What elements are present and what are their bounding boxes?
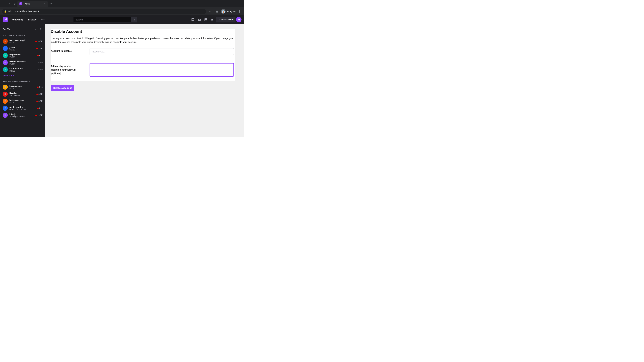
new-tab-button[interactable]: + [49, 1, 54, 6]
list-item[interactable]: B betboom_eng2 Dota 2 20.5K [0, 38, 45, 45]
channel-game: Music [10, 63, 35, 65]
channel-info: yowe Dota 2 [10, 46, 35, 51]
avatar: M [3, 60, 8, 65]
channel-status: Offline [37, 68, 42, 71]
live-indicator [36, 48, 38, 49]
browser-tab[interactable]: t Twitch ✕ [18, 1, 48, 7]
avatar: Y [3, 46, 8, 51]
list-item[interactable]: B betboom_eng Dota 2 8.9K [0, 98, 45, 105]
notifications-button[interactable] [209, 17, 215, 22]
extensions-button[interactable]: ▦ [214, 9, 220, 14]
top-navigation: Following Browse ••• Get Ad-F [0, 15, 244, 24]
search-button[interactable] [131, 17, 137, 22]
channel-status: 811 [37, 107, 42, 109]
list-item[interactable]: S solapsapdota Dota 2 Offline [0, 66, 45, 73]
live-indicator [37, 86, 38, 88]
disable-account-button[interactable]: Disable Account [51, 85, 74, 91]
avatar: S [3, 67, 8, 72]
incognito-label: Incognito [226, 10, 236, 13]
twitch-logo[interactable] [3, 17, 8, 22]
channel-status: 1.6K [36, 47, 42, 50]
for-you-title: For You [3, 28, 12, 30]
get-ad-free-label: Get Ad-Free [221, 18, 234, 21]
channel-name: pech_gaming [10, 106, 36, 108]
live-indicator [36, 93, 38, 95]
channel-info: kuyanicwxc Dota 2 [10, 85, 36, 90]
inbox-button[interactable] [196, 17, 202, 22]
followed-channels-header: FOLLOWED CHANNELS [0, 34, 45, 38]
url-text: twitch.tv/user/disable-account [8, 10, 204, 13]
live-indicator [37, 55, 38, 56]
get-ad-free-button[interactable]: Get Ad-Free [216, 17, 236, 22]
content-area: Disable Account Looking for a break from… [45, 24, 244, 137]
account-to-disable-section: Account to disable [51, 44, 235, 59]
tab-bar: ← → ↻ t Twitch ✕ + [0, 0, 244, 7]
browser-nav-buttons: ← → ↻ [1, 1, 17, 6]
forward-button[interactable]: → [7, 1, 12, 6]
viewer-count: 20.5K [38, 40, 42, 42]
channel-name: RayRachel [10, 53, 36, 56]
channel-status: 20.5K [36, 40, 42, 42]
search-box [73, 17, 137, 22]
channel-info: RayRachel Music [10, 53, 36, 58]
list-item[interactable]: K k3soju Teamfight Tactics 19.6K [0, 112, 45, 119]
channel-status: 612 [37, 54, 42, 57]
list-item[interactable]: Y yowe Dota 2 1.6K [0, 45, 45, 52]
viewer-count: 8.9K [38, 100, 42, 102]
twitch-app: Following Browse ••• Get Ad-F [0, 15, 244, 137]
address-bar[interactable]: 🔒 twitch.tv/user/disable-account [2, 9, 206, 14]
channel-info: betboom_eng2 Dota 2 [10, 39, 34, 44]
browse-nav-link[interactable]: Browse [27, 17, 38, 22]
channel-info: betboom_eng Dota 2 [10, 99, 35, 104]
reason-textarea[interactable] [90, 63, 234, 77]
bookmark-button[interactable]: ☆ [208, 9, 213, 14]
channel-status: 8.7K [36, 93, 42, 95]
more-nav-button[interactable]: ••• [40, 17, 45, 22]
svg-rect-0 [5, 19, 6, 19]
channel-name: kuyanicwxc [10, 85, 36, 87]
sidebar-sort-button[interactable]: ⇅ [38, 27, 42, 31]
sidebar: For You ← ⇅ FOLLOWED CHANNELS B betboom_… [0, 24, 45, 137]
channel-info: MikaRoseMusic Music [10, 60, 35, 65]
search-input[interactable] [73, 17, 137, 22]
account-input[interactable] [90, 48, 234, 55]
prime-button[interactable] [190, 17, 196, 22]
list-item[interactable]: M MikaRoseMusic Music Offline [0, 59, 45, 66]
disable-account-page: Disable Account Looking for a break from… [51, 29, 235, 95]
main-layout: For You ← ⇅ FOLLOWED CHANNELS B betboom_… [0, 24, 244, 137]
reason-section: Tell us why you're disabling your accoun… [51, 59, 235, 81]
viewer-count: 1.6K [38, 47, 42, 50]
avatar: K [3, 113, 8, 118]
list-item[interactable]: K Kyedae VALORANT 8.7K [0, 91, 45, 98]
page-title: Disable Account [51, 29, 235, 34]
list-item[interactable]: R RayRachel Music 612 [0, 52, 45, 59]
avatar: P [3, 106, 8, 111]
tab-close-button[interactable]: ✕ [42, 2, 46, 5]
browser-menu-button[interactable]: ⋮ [237, 9, 242, 14]
sidebar-collapse-button[interactable]: ← [34, 27, 38, 31]
page-description: Looking for a break from Twitch? We get … [51, 36, 235, 44]
viewer-count: 215 [39, 86, 42, 88]
reload-button[interactable]: ↻ [12, 1, 17, 6]
channel-status: 19.6K [36, 114, 42, 116]
following-nav-link[interactable]: Following [10, 17, 24, 22]
channel-name: yowe [10, 46, 35, 49]
channel-info: k3soju Teamfight Tactics [10, 113, 34, 118]
back-button[interactable]: ← [1, 1, 6, 6]
channel-game: VALORANT [10, 94, 35, 97]
offline-status: Offline [37, 68, 42, 71]
channel-name: Kyedae [10, 92, 35, 94]
tab-title: Twitch [24, 2, 41, 5]
button-section: Disable Account [51, 81, 235, 95]
reason-label-line3: (optional) [51, 72, 62, 75]
channel-game: Dota 2 [10, 49, 35, 51]
user-avatar-button[interactable]: M [236, 17, 242, 22]
avatar: K [3, 92, 8, 97]
chat-button[interactable] [203, 17, 209, 22]
for-you-header: For You ← ⇅ [0, 26, 45, 32]
tab-favicon: t [20, 2, 22, 5]
list-item[interactable]: K kuyanicwxc Dota 2 215 [0, 84, 45, 91]
show-more-link[interactable]: Show More [0, 73, 45, 78]
channel-game: Music [10, 56, 36, 58]
list-item[interactable]: P pech_gaming Grand Theft Auto V 811 [0, 105, 45, 112]
